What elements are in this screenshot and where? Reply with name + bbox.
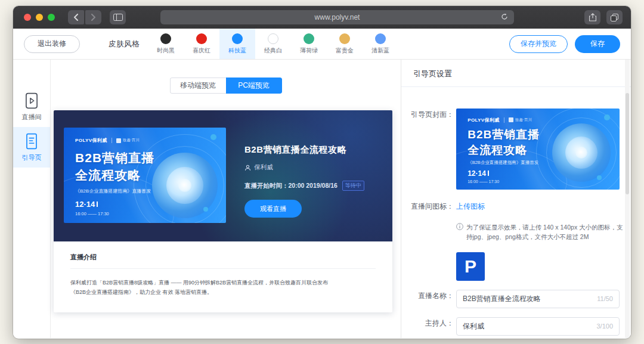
banner-date: 12·14	[467, 169, 489, 178]
skin-style-label: 皮肤风格	[109, 39, 140, 49]
hero-section: POLYV保利威 致趣·百川 B2B营销直播 全流程攻略 《B2B企业直播搭建指…	[54, 110, 392, 241]
skin-swatch-3[interactable]: 经典白	[255, 29, 291, 59]
reload-button[interactable]	[499, 12, 510, 23]
partner-logo: 致趣·百川	[509, 117, 532, 123]
sidebar-item-label: 直播间	[22, 113, 42, 122]
chevron-right-icon	[91, 14, 96, 21]
swatch-label: 时尚黑	[157, 47, 175, 55]
skin-swatch-6[interactable]: 清新蓝	[363, 29, 398, 59]
polyv-logo: POLYV保利威	[467, 117, 500, 123]
editor-sidebar: 直播间 引导页	[13, 60, 51, 338]
watch-live-button[interactable]: 观看直播	[244, 200, 302, 218]
sidebar-item-live-room[interactable]: 直播间	[13, 86, 50, 127]
banner-subtitle: 《B2B企业直播搭建指南》直播首发	[75, 188, 151, 194]
upload-icon-link[interactable]: 上传图标	[456, 202, 485, 212]
settings-title: 引导页设置	[401, 60, 631, 86]
forward-button[interactable]	[85, 10, 101, 24]
room-icon-label: 直播间图标：	[401, 200, 454, 281]
swatch-color-dot	[232, 33, 243, 44]
guide-cover-thumbnail[interactable]: POLYV保利威 致趣·百川 B2B营销直播 全流程攻略 《B2B企业直播搭建指…	[456, 109, 620, 190]
swatch-color-dot	[160, 33, 171, 44]
live-info: B2B营销直播全流程攻略 保利威 直播开始时间：20:00 2019/08/16	[244, 144, 364, 218]
skin-swatch-0[interactable]: 时尚黑	[148, 29, 184, 59]
skin-swatch-4[interactable]: 薄荷绿	[291, 29, 327, 59]
host-label: 主持人：	[401, 317, 454, 328]
sidebar-item-label: 引导页	[22, 153, 42, 162]
tab-mobile-preview[interactable]: 移动端预览	[170, 78, 226, 94]
url-text: www.polyv.net	[315, 13, 360, 21]
zoom-window-button[interactable]	[48, 14, 55, 21]
settings-scrollbar-track[interactable]	[625, 60, 630, 338]
sidebar-item-guide-page[interactable]: 引导页	[13, 127, 50, 168]
address-bar[interactable]: www.polyv.net	[160, 10, 514, 24]
settings-scrollbar-thumb[interactable]	[626, 93, 629, 194]
swatch-label: 科技蓝	[228, 47, 246, 55]
swatch-label: 薄荷绿	[300, 47, 318, 55]
host-input[interactable]: 保利威 3/100	[456, 317, 620, 336]
partner-logo-icon	[116, 138, 121, 143]
share-button[interactable]	[584, 10, 600, 24]
pc-preview-card: POLYV保利威 致趣·百川 B2B营销直播 全流程攻略 《B2B企业直播搭建指…	[54, 110, 392, 312]
banner-subtitle: 《B2B企业直播搭建指南》直播首发	[467, 160, 538, 166]
host-value: 保利威	[463, 321, 593, 331]
minimize-window-button[interactable]	[36, 14, 43, 21]
share-icon	[589, 13, 596, 21]
swatch-color-dot	[304, 33, 314, 44]
close-window-button[interactable]	[24, 14, 31, 21]
host-name: 保利威	[254, 163, 273, 172]
chevron-left-icon	[73, 14, 79, 21]
live-intro-section: 直播介绍 保利威打造「B2B营销直播8级攻略」直播 —— 用90分钟拆解B2B营…	[54, 241, 392, 312]
dot-decoration	[203, 207, 208, 212]
dot-decoration	[210, 134, 216, 140]
banner-poster: POLYV保利威 致趣·百川 B2B营销直播 全流程攻略 《B2B企业直播搭建指…	[64, 128, 226, 223]
save-button[interactable]: 保存	[575, 35, 620, 53]
browser-window: www.polyv.net 退出装修 皮肤风格 时尚黑	[13, 6, 631, 339]
exit-decoration-button[interactable]: 退出装修	[24, 35, 80, 53]
show-tabs-button[interactable]	[606, 10, 623, 24]
partner-logo: 致趣·百川	[116, 138, 140, 143]
logo-divider	[112, 138, 112, 143]
banner-title-line2: 全流程攻略	[75, 167, 141, 184]
live-name-input[interactable]: B2B营销直播全流程攻略 11/50	[456, 290, 620, 308]
live-room-icon	[24, 92, 39, 110]
desktop-background: www.polyv.net 退出装修 皮肤风格 时尚黑	[0, 0, 644, 344]
swatch-color-dot	[375, 33, 386, 44]
save-and-preview-button[interactable]: 保存并预览	[509, 35, 568, 53]
cover-label: 引导页封面：	[401, 109, 454, 190]
intro-heading: 直播介绍	[70, 253, 376, 262]
banner-title-line1: B2B营销直播	[467, 127, 540, 142]
browser-titlebar: www.polyv.net	[13, 6, 631, 29]
swatch-color-dot	[196, 33, 207, 44]
reload-icon	[501, 13, 508, 20]
swatch-color-dot	[268, 33, 278, 44]
live-title: B2B营销直播全流程攻略	[244, 144, 364, 156]
tab-pc-preview[interactable]: PC端预览	[226, 78, 282, 94]
status-badge: 等待中	[342, 181, 364, 191]
sidebar-icon	[113, 14, 123, 21]
partner-logo-icon	[509, 117, 513, 122]
tabs-icon	[611, 14, 618, 21]
dot-decoration	[597, 175, 602, 180]
banner-time: 16:00 —— 17:30	[467, 179, 499, 184]
swatch-label: 经典白	[264, 47, 282, 55]
banner-time: 16:00 —— 17:30	[75, 211, 109, 216]
skin-swatch-2[interactable]: 科技蓝	[219, 29, 255, 59]
preview-area: 移动端预览 PC端预览	[51, 60, 401, 338]
swatch-label: 清新蓝	[371, 47, 389, 55]
back-button[interactable]	[68, 10, 84, 24]
live-name-value: B2B营销直播全流程攻略	[463, 294, 593, 304]
guide-page-icon	[24, 132, 39, 150]
room-icon-preview: P	[456, 252, 485, 281]
upload-hint-text: 为了保证显示效果，请上传 140 x 140px 大小的图标，支持jpg、jpe…	[466, 222, 624, 242]
sidebar-toggle-button[interactable]	[110, 10, 126, 24]
skin-swatch-list: 时尚黑 喜庆红 科技蓝 经典白 薄荷绿	[148, 29, 398, 59]
live-name-counter: 11/50	[597, 295, 613, 302]
window-controls	[24, 14, 55, 21]
polyv-p-logo: P	[465, 256, 476, 277]
skin-swatch-5[interactable]: 富贵金	[327, 29, 363, 59]
start-time-text: 直播开始时间：20:00 2019/08/16	[244, 182, 338, 190]
rings-graphic	[538, 110, 620, 190]
skin-swatch-1[interactable]: 喜庆红	[184, 29, 219, 59]
swatch-label: 富贵金	[336, 47, 354, 55]
person-icon	[244, 165, 251, 171]
